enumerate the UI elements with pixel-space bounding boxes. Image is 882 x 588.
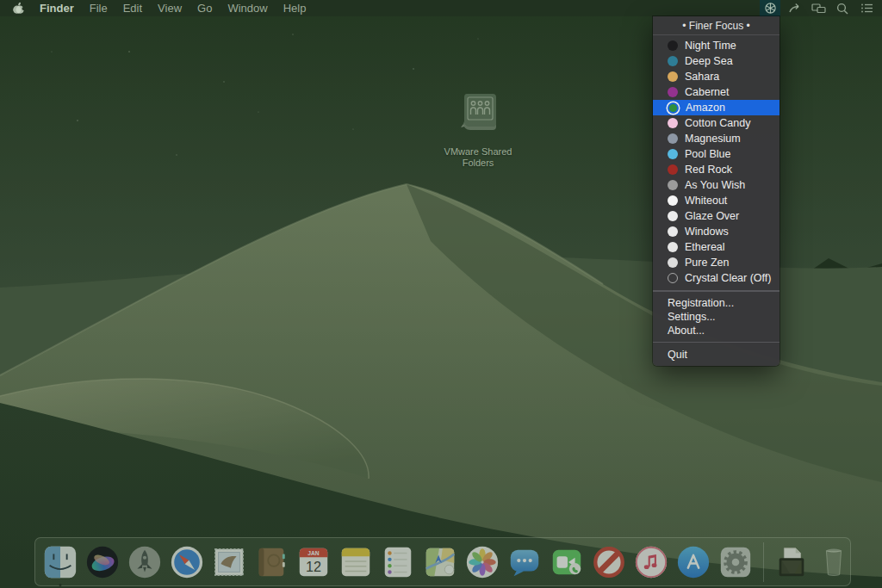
news-unavailable-icon[interactable] bbox=[591, 544, 627, 580]
menu-item-glaze-over[interactable]: Glaze Over bbox=[653, 208, 780, 224]
theme-dot bbox=[668, 211, 678, 221]
menubar-item-edit[interactable]: Edit bbox=[115, 0, 150, 16]
menu-item-label: Magnesium bbox=[685, 131, 741, 146]
theme-dot bbox=[668, 87, 678, 97]
launchpad-icon[interactable] bbox=[127, 544, 163, 580]
downloads-stack-icon[interactable] bbox=[773, 544, 810, 580]
safari-icon[interactable] bbox=[169, 544, 205, 580]
desktop-screen: VMware Shared Folders bbox=[0, 0, 882, 588]
menu-item-deep-sea[interactable]: Deep Sea bbox=[653, 53, 780, 69]
menu-item-label: Registration... bbox=[668, 296, 734, 310]
menu-item-label: Settings... bbox=[668, 310, 716, 324]
menu-item-label: Night Time bbox=[685, 38, 736, 53]
menu-item-label: Pool Blue bbox=[685, 146, 731, 162]
spotlight-icon[interactable] bbox=[832, 0, 853, 16]
menubar-item-go[interactable]: Go bbox=[189, 0, 220, 16]
menu-item-label: Red Rock bbox=[685, 162, 732, 177]
menu-item-crystal-clear-off[interactable]: Crystal Clear (Off) bbox=[653, 270, 780, 286]
menubar-item-help[interactable]: Help bbox=[276, 0, 314, 16]
menu-item-label: Cabernet bbox=[685, 84, 729, 100]
notes-icon[interactable] bbox=[338, 544, 374, 580]
facetime-icon[interactable] bbox=[549, 544, 585, 580]
menubar-item-finder[interactable]: Finder bbox=[32, 0, 82, 16]
menu-item-label: Quit bbox=[668, 347, 687, 362]
menu-item-label: Whiteout bbox=[685, 193, 727, 208]
dock: JAN 12 bbox=[34, 537, 851, 586]
menubar-item-view[interactable]: View bbox=[150, 0, 189, 16]
theme-dot bbox=[668, 242, 678, 252]
menu-item-pool-blue[interactable]: Pool Blue bbox=[653, 146, 780, 162]
menu-item-label: Glaze Over bbox=[685, 208, 739, 224]
theme-dot bbox=[668, 149, 678, 159]
calendar-icon[interactable]: JAN 12 bbox=[295, 544, 332, 580]
menu-item-whiteout[interactable]: Whiteout bbox=[653, 193, 780, 208]
notification-center-icon[interactable] bbox=[856, 0, 877, 16]
menu-item-cabernet[interactable]: Cabernet bbox=[653, 84, 780, 100]
apple-menu[interactable] bbox=[12, 2, 25, 15]
theme-dot-hollow bbox=[668, 273, 678, 283]
apple-logo-icon bbox=[12, 2, 25, 15]
messages-icon[interactable] bbox=[506, 544, 543, 580]
theme-dot bbox=[668, 195, 678, 206]
shared-folders-drive-icon bbox=[453, 89, 503, 142]
menu-title: • Finer Focus • bbox=[653, 16, 780, 35]
menu-item-amazon-selected[interactable]: Amazon bbox=[653, 100, 780, 115]
menu-item-about[interactable]: About... bbox=[653, 324, 780, 337]
app-store-icon[interactable] bbox=[675, 544, 711, 580]
menubar: Finder File Edit View Go Window Help bbox=[0, 0, 882, 16]
menu-item-label: Sahara bbox=[685, 69, 719, 84]
finer-focus-menu: • Finer Focus • Night Time Deep Sea Saha… bbox=[653, 16, 780, 366]
theme-dot bbox=[668, 164, 678, 175]
running-indicator bbox=[59, 584, 62, 586]
menu-item-registration[interactable]: Registration... bbox=[653, 296, 780, 310]
menu-item-label: As You Wish bbox=[685, 177, 745, 193]
menu-item-sahara[interactable]: Sahara bbox=[653, 69, 780, 84]
menu-item-pure-zen[interactable]: Pure Zen bbox=[653, 255, 780, 270]
menu-separator bbox=[653, 290, 780, 292]
theme-dot bbox=[668, 226, 678, 237]
theme-dot bbox=[668, 133, 678, 144]
menu-item-settings[interactable]: Settings... bbox=[653, 310, 780, 324]
menu-item-windows[interactable]: Windows bbox=[653, 224, 780, 239]
menu-item-night-time[interactable]: Night Time bbox=[653, 38, 780, 53]
menu-item-label: Pure Zen bbox=[685, 255, 729, 270]
contacts-icon[interactable] bbox=[253, 544, 289, 580]
theme-dot bbox=[668, 71, 678, 82]
menu-item-as-you-wish[interactable]: As You Wish bbox=[653, 177, 780, 193]
menu-item-label: Amazon bbox=[686, 100, 725, 115]
menubar-item-window[interactable]: Window bbox=[220, 0, 275, 16]
menubar-item-file[interactable]: File bbox=[82, 0, 115, 16]
menu-separator bbox=[653, 342, 780, 344]
itunes-icon[interactable] bbox=[633, 544, 669, 580]
vmware-tools-icon[interactable] bbox=[784, 0, 804, 16]
menu-item-quit[interactable]: Quit bbox=[653, 347, 780, 362]
theme-dot bbox=[668, 56, 678, 66]
menu-item-label: Crystal Clear (Off) bbox=[685, 270, 771, 286]
menu-item-label: Deep Sea bbox=[685, 53, 733, 69]
finder-icon[interactable] bbox=[42, 544, 78, 580]
mail-icon[interactable] bbox=[211, 544, 247, 580]
displays-icon[interactable] bbox=[808, 0, 829, 16]
theme-dot bbox=[668, 180, 678, 190]
menu-item-ethereal[interactable]: Ethereal bbox=[653, 239, 780, 255]
photos-icon[interactable] bbox=[464, 544, 500, 580]
menubar-status-area bbox=[760, 0, 877, 16]
menu-item-cotton-candy[interactable]: Cotton Candy bbox=[653, 115, 780, 131]
menu-item-label: About... bbox=[668, 324, 705, 337]
calendar-day: 12 bbox=[306, 558, 321, 573]
desktop-icon-vmware-shared-folders[interactable]: VMware Shared Folders bbox=[433, 89, 523, 169]
menu-item-red-rock[interactable]: Red Rock bbox=[653, 162, 780, 177]
theme-dot bbox=[668, 118, 678, 128]
menu-item-magnesium[interactable]: Magnesium bbox=[653, 131, 780, 146]
maps-icon[interactable] bbox=[422, 544, 458, 580]
dock-separator bbox=[763, 542, 764, 582]
finer-focus-icon[interactable] bbox=[760, 0, 780, 16]
theme-dot bbox=[668, 257, 678, 268]
siri-icon[interactable] bbox=[84, 544, 121, 580]
calendar-month: JAN bbox=[307, 549, 320, 555]
trash-icon[interactable] bbox=[816, 544, 852, 580]
reminders-icon[interactable] bbox=[380, 544, 416, 580]
theme-dot bbox=[668, 40, 678, 51]
desktop-icon-label: VMware Shared Folders bbox=[433, 146, 523, 169]
system-preferences-icon[interactable] bbox=[717, 544, 754, 580]
